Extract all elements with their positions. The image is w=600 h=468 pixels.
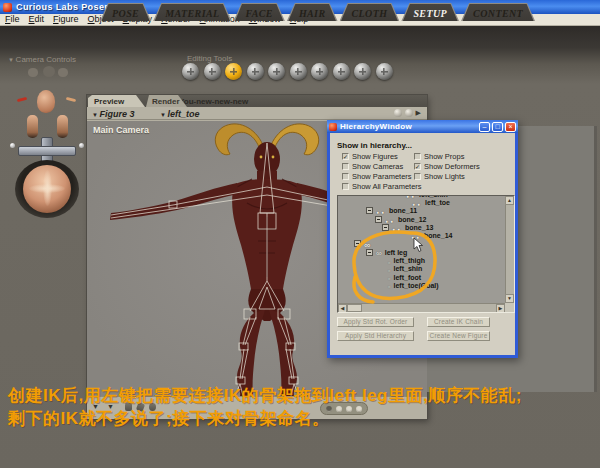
tree-row[interactable]	[338, 240, 505, 248]
checkbox-icon[interactable]	[342, 163, 349, 170]
tree-node-label: left_thigh	[393, 257, 425, 264]
camera-hand-ghost-icon[interactable]	[28, 68, 38, 77]
document-title: You-new-new-new	[179, 97, 248, 106]
tab-preview[interactable]: Preview	[88, 95, 145, 107]
editing-tool-button[interactable]	[333, 63, 350, 80]
poser-application-window: Curious Labs Poser FileEditFigureObjectD…	[0, 0, 600, 468]
figure-selector[interactable]: ▼ Figure 3	[92, 109, 135, 119]
chevron-down-icon: ▼	[92, 112, 100, 118]
scrollbar-corner	[505, 303, 514, 312]
hierarchy-button[interactable]: Create IK Chain	[427, 317, 490, 327]
checkbox-row[interactable]: Show Figures	[342, 153, 422, 160]
left-camera-icon[interactable]	[17, 97, 27, 102]
room-tab[interactable]: POSE	[100, 3, 151, 21]
tree-row[interactable]: left_shin	[338, 265, 505, 273]
menu-item[interactable]: File	[5, 14, 20, 25]
close-button[interactable]: ×	[505, 122, 516, 132]
room-tab[interactable]: SETUP	[401, 3, 459, 21]
editing-tool-button[interactable]	[268, 63, 285, 80]
scrollbar-thumb[interactable]	[347, 304, 362, 312]
room-tab-label: CLOTH	[352, 8, 388, 19]
hierarchy-titlebar[interactable]: HierarchyWindow – □ ×	[327, 120, 518, 133]
tree-row[interactable]: left_toe	[338, 198, 505, 206]
checkbox-row[interactable]: Show Props	[414, 153, 480, 160]
hierarchy-buttons: Apply Std Rot. OrderCreate IK ChainApply…	[337, 317, 490, 341]
room-tab-label: FACE	[246, 8, 273, 19]
tree-row[interactable]: bone_12	[338, 215, 505, 223]
checkbox-icon[interactable]	[414, 163, 421, 170]
tree-row[interactable]: left_foot	[338, 273, 505, 281]
checkbox-row[interactable]: Show Lights	[414, 173, 480, 180]
editing-tool-button[interactable]	[225, 63, 242, 80]
room-tab[interactable]: FACE	[234, 3, 285, 21]
left-hand-camera-icon[interactable]	[27, 115, 38, 138]
room-tab[interactable]: CONTENT	[461, 3, 535, 21]
camera-head-ghost-icon[interactable]	[43, 66, 55, 77]
checkbox-row[interactable]: Show Cameras	[342, 163, 422, 170]
collapse-minus-icon[interactable]	[375, 216, 382, 223]
camera-dot-right-icon[interactable]	[79, 143, 84, 148]
checkbox-label: Show Props	[424, 152, 464, 161]
room-tab[interactable]: MATERIAL	[153, 3, 231, 21]
checkbox-row[interactable]: Show Deformers	[414, 163, 480, 170]
tree-node-icon	[364, 239, 370, 249]
hierarchy-button[interactable]: Create New Figure	[427, 331, 490, 341]
room-tab[interactable]: CLOTH	[340, 3, 400, 21]
editing-tool-button[interactable]	[311, 63, 328, 80]
scroll-up-icon[interactable]: ▲	[505, 196, 514, 205]
tree-row[interactable]: bone_13	[338, 223, 505, 231]
menu-item[interactable]: Figure	[53, 14, 79, 25]
maximize-button[interactable]: □	[492, 122, 503, 132]
scroll-left-icon[interactable]: ◀	[338, 304, 347, 313]
checkbox-row[interactable]: Show Parameters	[342, 173, 422, 180]
view-mini-icons: ▶	[394, 109, 421, 117]
checkbox-label: Show All Parameters	[352, 182, 422, 191]
right-camera-icon[interactable]	[66, 97, 76, 102]
hierarchy-tree-panel: left_shin left_toe bone_11	[337, 195, 515, 313]
checkbox-icon[interactable]	[414, 153, 421, 160]
view-sphere-icon[interactable]	[394, 109, 402, 117]
checkbox-icon[interactable]	[342, 183, 349, 190]
menu-item[interactable]: Edit	[29, 14, 45, 25]
minimize-button[interactable]: –	[479, 122, 490, 132]
horizontal-scrollbar[interactable]: ◀ ▶	[338, 303, 505, 312]
editing-tool-button[interactable]	[247, 63, 264, 80]
editing-tool-button[interactable]	[376, 63, 393, 80]
hierarchy-button[interactable]: Apply Std Hierarchy	[337, 331, 414, 341]
collapse-minus-icon[interactable]	[354, 240, 361, 247]
scroll-down-icon[interactable]: ▼	[505, 294, 514, 303]
camera-hand-ghost-icon[interactable]	[58, 68, 68, 77]
tree-row[interactable]: left_toe(Goal)	[338, 281, 505, 289]
left-horn	[215, 124, 263, 155]
tree-node-label: left_toe	[425, 199, 450, 206]
checkbox-row[interactable]: Show All Parameters	[342, 183, 422, 190]
tree-node-label: bone_14	[424, 232, 452, 239]
vertical-scrollbar[interactable]: ▲ ▼	[505, 196, 514, 303]
tree-row[interactable]: left_thigh	[338, 256, 505, 264]
actor-selector[interactable]: ▼ left_toe	[160, 109, 200, 119]
tutorial-annotation-line2: 剩下的IK就不多说了;接下来对骨架命名。	[8, 407, 598, 430]
right-hand-camera-icon[interactable]	[57, 115, 68, 138]
room-tab[interactable]: HAIR	[287, 3, 338, 21]
collapse-triangle-icon: ▼	[8, 57, 16, 63]
editing-tool-button[interactable]	[204, 63, 221, 80]
editing-tool-button[interactable]	[354, 63, 371, 80]
camera-controls-label[interactable]: ▼ Camera Controls	[8, 55, 76, 64]
checkbox-icon[interactable]	[342, 173, 349, 180]
editing-tool-button[interactable]	[182, 63, 199, 80]
view-sphere-icon[interactable]	[405, 109, 413, 117]
scroll-right-icon[interactable]: ▶	[496, 304, 505, 313]
camera-move-cross-horizontal[interactable]	[18, 146, 76, 156]
collapse-minus-icon[interactable]	[366, 249, 373, 256]
tree-node-icon	[376, 247, 382, 257]
collapse-minus-icon[interactable]	[382, 224, 389, 231]
face-camera-icon[interactable]	[37, 90, 55, 113]
hierarchy-button[interactable]: Apply Std Rot. Order	[337, 317, 414, 327]
collapse-minus-icon[interactable]	[366, 207, 373, 214]
tree-node-label: bone_12	[398, 216, 426, 223]
camera-dot-left-icon[interactable]	[10, 143, 15, 148]
editing-tool-button[interactable]	[290, 63, 307, 80]
play-arrow-icon[interactable]: ▶	[416, 109, 421, 117]
checkbox-icon[interactable]	[342, 153, 349, 160]
checkbox-icon[interactable]	[414, 173, 421, 180]
